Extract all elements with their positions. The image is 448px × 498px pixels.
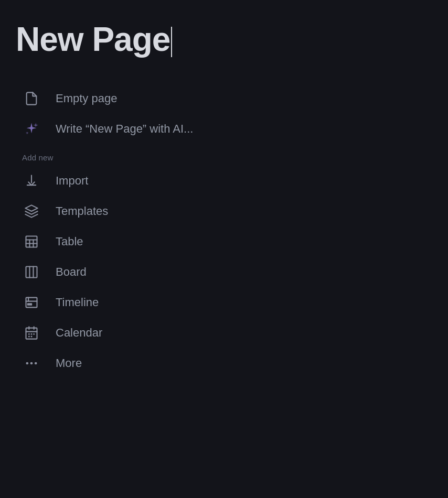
quick-actions-section: Empty page Write “New Page” with AI...: [16, 84, 432, 144]
empty-page-label: Empty page: [56, 92, 117, 105]
timeline-item[interactable]: Timeline: [16, 288, 432, 317]
svg-rect-12: [27, 304, 32, 306]
page-title-container: New Page: [16, 21, 432, 63]
ai-write-label: Write “New Page” with AI...: [56, 122, 193, 136]
board-label: Board: [56, 265, 87, 279]
ai-write-item[interactable]: Write “New Page” with AI...: [16, 114, 432, 144]
more-item[interactable]: More: [16, 349, 432, 378]
ai-star-icon: [22, 120, 41, 138]
import-icon: [22, 171, 41, 190]
table-label: Table: [56, 235, 83, 248]
svg-point-24: [35, 362, 37, 365]
svg-rect-1: [26, 236, 37, 247]
templates-label: Templates: [56, 204, 108, 218]
page-title[interactable]: New Page: [16, 21, 172, 58]
empty-page-item[interactable]: Empty page: [16, 84, 432, 113]
calendar-label: Calendar: [56, 326, 102, 340]
timeline-label: Timeline: [56, 296, 99, 309]
more-icon: [22, 354, 41, 373]
calendar-item[interactable]: Calendar: [16, 318, 432, 348]
table-icon: [22, 232, 41, 251]
calendar-icon: [22, 323, 41, 342]
svg-rect-6: [26, 267, 37, 278]
timeline-icon: [22, 293, 41, 312]
more-label: More: [56, 356, 82, 370]
templates-item[interactable]: Templates: [16, 197, 432, 226]
svg-rect-9: [26, 298, 37, 308]
templates-icon: [22, 202, 41, 221]
section-label: Add new: [16, 145, 432, 166]
file-icon: [22, 89, 41, 108]
svg-point-23: [30, 362, 33, 365]
add-new-section: Add new Import Templates: [16, 145, 432, 378]
board-item[interactable]: Board: [16, 257, 432, 287]
table-item[interactable]: Table: [16, 227, 432, 256]
svg-marker-0: [25, 205, 37, 212]
import-item[interactable]: Import: [16, 166, 432, 196]
board-icon: [22, 263, 41, 282]
svg-point-22: [26, 362, 29, 365]
import-label: Import: [56, 174, 88, 188]
